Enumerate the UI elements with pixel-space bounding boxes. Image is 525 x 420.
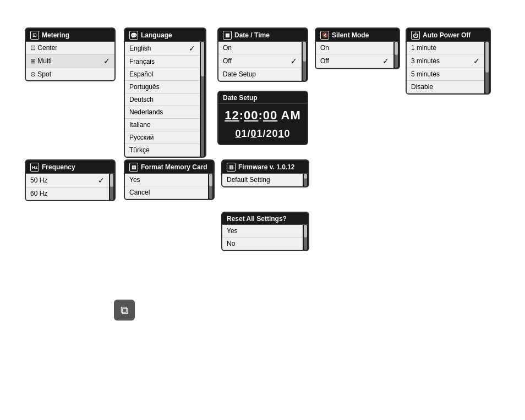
reset-panel: Reset All Settings? Yes No bbox=[221, 212, 309, 251]
reset-yes[interactable]: Yes bbox=[222, 225, 303, 237]
speech-icon: 💬 bbox=[129, 31, 138, 40]
lang-turkish[interactable]: Türkçe bbox=[125, 144, 200, 157]
format-icon: ▤ bbox=[129, 163, 138, 172]
silent-panel: 🔇 Silent Mode On Off ✓ bbox=[315, 27, 400, 69]
format-yes[interactable]: Yes bbox=[125, 174, 208, 186]
datetime-setup[interactable]: Date Setup bbox=[218, 68, 302, 81]
lang-russian[interactable]: Русский bbox=[125, 131, 200, 144]
off-checkmark: ✓ bbox=[291, 57, 297, 65]
metering-panel: ⊡ Metering ⊡ Center ⊞ Multi ✓ ⊙ Spot bbox=[25, 27, 116, 81]
autopower-5min[interactable]: 5 minutes bbox=[407, 68, 484, 81]
multi-checkmark: ✓ bbox=[103, 57, 110, 65]
silent-title: Silent Mode bbox=[332, 31, 369, 39]
datetime-panel: ▦ Date / Time On Off ✓ Date Setup bbox=[217, 27, 308, 82]
lang-portuguese[interactable]: Português bbox=[125, 81, 200, 93]
metering-multi[interactable]: ⊞ Multi ✓ bbox=[26, 54, 114, 68]
datetime-title: Date / Time bbox=[234, 31, 270, 39]
camera-icon: ⊡ bbox=[30, 31, 39, 40]
format-title: Format Memory Card bbox=[141, 163, 207, 171]
autopower-1min[interactable]: 1 minute bbox=[407, 42, 484, 54]
autopower-header: ⏻ Auto Power Off bbox=[407, 29, 490, 42]
metering-center[interactable]: ⊡ Center bbox=[26, 42, 114, 54]
date-setup-display: 12:00:00 AM 01/01/2010 bbox=[218, 104, 307, 144]
language-panel: 💬 Language English ✓ Français Español Po… bbox=[124, 27, 206, 158]
frequency-panel: Hz Frequency 50 Hz ✓ 60 Hz bbox=[25, 159, 116, 201]
reset-title: Reset All Settings? bbox=[227, 215, 287, 223]
format-cancel[interactable]: Cancel bbox=[125, 186, 208, 199]
lang-italian[interactable]: Italiano bbox=[125, 119, 200, 131]
lang-english[interactable]: English ✓ bbox=[125, 42, 200, 56]
format-header: ▤ Format Memory Card bbox=[125, 161, 214, 174]
calendar-icon: ▦ bbox=[223, 31, 232, 40]
reset-header: Reset All Settings? bbox=[222, 213, 308, 225]
autopower-panel: ⏻ Auto Power Off 1 minute 3 minutes ✓ 5 … bbox=[406, 27, 491, 95]
firmware-default[interactable]: Default Setting bbox=[222, 174, 303, 186]
language-header: 💬 Language bbox=[125, 29, 205, 42]
datetime-header: ▦ Date / Time bbox=[218, 29, 307, 42]
date-setup-title: Date Setup bbox=[223, 94, 258, 102]
silent-off-checkmark: ✓ bbox=[382, 57, 389, 65]
firmware-header: ▥ Firmware v. 1.0.12 bbox=[222, 161, 308, 174]
metering-header: ⊡ Metering bbox=[26, 29, 114, 42]
autopower-disable[interactable]: Disable bbox=[407, 81, 484, 93]
date-setup-panel: Date Setup 12:00:00 AM 01/01/2010 bbox=[217, 91, 308, 145]
date-setup-header: Date Setup bbox=[218, 92, 307, 104]
frequency-title: Frequency bbox=[42, 163, 75, 171]
time-display: 12:00:00 AM bbox=[223, 108, 303, 123]
autopower-title: Auto Power Off bbox=[423, 31, 471, 39]
lang-german[interactable]: Deutsch bbox=[125, 93, 200, 106]
freq-50hz[interactable]: 50 Hz ✓ bbox=[26, 174, 109, 187]
freq-60hz[interactable]: 60 Hz bbox=[26, 187, 109, 200]
autopower-3min[interactable]: 3 minutes ✓ bbox=[407, 54, 484, 68]
metering-spot[interactable]: ⊙ Spot bbox=[26, 68, 114, 80]
lang-dutch[interactable]: Nederlands bbox=[125, 106, 200, 119]
language-title: Language bbox=[141, 31, 172, 39]
silent-on[interactable]: On bbox=[316, 42, 393, 54]
3min-checkmark: ✓ bbox=[473, 57, 480, 65]
frequency-header: Hz Frequency bbox=[26, 161, 114, 174]
silent-icon: 🔇 bbox=[320, 31, 329, 40]
lang-french[interactable]: Français bbox=[125, 56, 200, 68]
hz-icon: Hz bbox=[30, 163, 39, 172]
firmware-icon: ▥ bbox=[227, 163, 236, 172]
firmware-panel: ▥ Firmware v. 1.0.12 Default Setting bbox=[221, 159, 309, 187]
power-icon: ⏻ bbox=[411, 31, 420, 40]
metering-title: Metering bbox=[42, 31, 69, 39]
datetime-on[interactable]: On bbox=[218, 42, 302, 54]
silent-header: 🔇 Silent Mode bbox=[316, 29, 399, 42]
silent-off[interactable]: Off ✓ bbox=[316, 54, 393, 68]
firmware-title: Firmware v. 1.0.12 bbox=[238, 163, 295, 171]
lang-spanish[interactable]: Español bbox=[125, 68, 200, 81]
english-checkmark: ✓ bbox=[189, 44, 195, 53]
reset-no[interactable]: No bbox=[222, 237, 303, 250]
datetime-off[interactable]: Off ✓ bbox=[218, 54, 302, 68]
format-panel: ▤ Format Memory Card Yes Cancel bbox=[124, 159, 215, 200]
date-display: 01/01/2010 bbox=[223, 128, 303, 140]
standalone-camera-icon: ⧉ bbox=[114, 300, 135, 320]
50hz-checkmark: ✓ bbox=[98, 176, 105, 185]
